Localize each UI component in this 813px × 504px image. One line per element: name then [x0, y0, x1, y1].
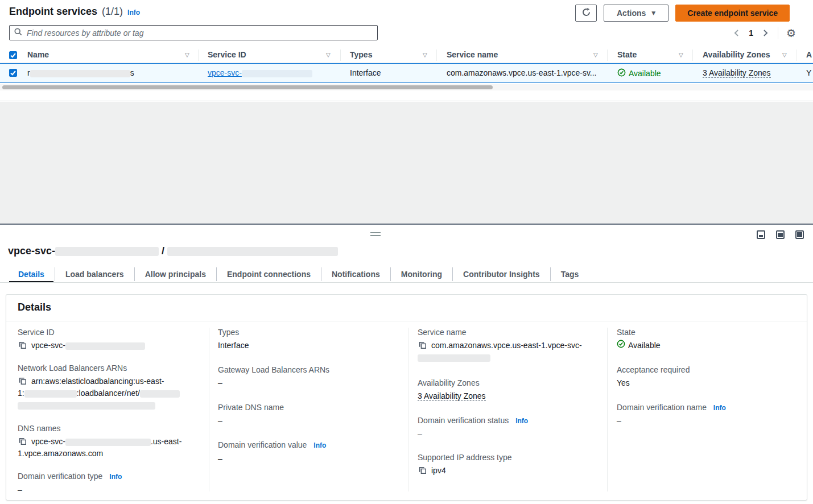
tab-endpoint-connections[interactable]: Endpoint connections	[217, 266, 321, 283]
tab-bar: Details Load balancers Allow principals …	[8, 266, 589, 283]
redacted-text	[167, 247, 338, 256]
redacted-text	[24, 390, 77, 398]
column-divider[interactable]	[607, 49, 608, 61]
panel-position-full-icon[interactable]	[795, 230, 804, 239]
field-domain-verification-type: Domain verification type Info –	[18, 470, 205, 496]
select-all-checkbox[interactable]	[9, 51, 17, 59]
field-label: Types	[218, 328, 239, 337]
column-divider[interactable]	[797, 49, 797, 61]
sort-icon-state[interactable]: ▽	[679, 52, 683, 58]
info-link[interactable]: Info	[713, 404, 726, 412]
info-link[interactable]: Info	[313, 441, 326, 449]
split-panel: vpce-svc- / Details Load balancers Allow…	[0, 224, 813, 504]
tab-allow-principals[interactable]: Allow principals	[135, 266, 216, 283]
copy-icon[interactable]	[19, 341, 27, 351]
column-divider[interactable]	[340, 49, 341, 61]
field-label: State	[617, 328, 635, 337]
field-private-dns-name: Private DNS name –	[218, 402, 406, 427]
cell-service-name: com.amazonaws.vpce.us-east-1.vpce-sv...	[447, 68, 597, 77]
tab-notifications[interactable]: Notifications	[321, 266, 390, 283]
tab-tags[interactable]: Tags	[551, 266, 589, 283]
column-divider	[607, 328, 608, 491]
field-value: vpce-svc-	[31, 341, 65, 350]
field-value: .us-east-	[151, 437, 181, 446]
sort-icon-service-id[interactable]: ▽	[326, 52, 331, 58]
copy-icon[interactable]	[419, 466, 427, 476]
column-header-availability-zones[interactable]: Availability Zones	[703, 50, 770, 59]
actions-button-label: Actions	[617, 9, 646, 18]
details-card-heading: Details	[18, 301, 51, 313]
field-value: vpce-svc-	[31, 437, 65, 446]
field-value: –	[218, 453, 406, 465]
field-acceptance-required: Acceptance required Yes	[617, 364, 804, 389]
tab-details[interactable]: Details	[8, 266, 55, 283]
field-dns-names: DNS names vpce-svc-.us-east- 1.vpce.amaz…	[18, 423, 205, 460]
details-column-3: Service name com.amazonaws.vpce.us-east-…	[418, 327, 605, 488]
table-header-row: Name ▽ Service ID ▽ Types ▽ Service name…	[0, 48, 813, 63]
sort-icon-types[interactable]: ▽	[423, 52, 427, 58]
chevron-down-icon: ▼	[651, 10, 655, 16]
column-header-name[interactable]: Name	[27, 50, 49, 59]
field-label: Domain verification name	[617, 403, 707, 412]
search-box[interactable]	[9, 25, 378, 40]
copy-icon[interactable]	[19, 377, 27, 387]
panel-position-bottom-icon[interactable]	[757, 230, 765, 239]
field-nlb-arns: Network Load Balancers ARNs arn:aws:elas…	[18, 362, 205, 411]
table-preferences-gear-icon[interactable]: ⚙	[786, 28, 796, 39]
column-divider[interactable]	[436, 49, 437, 61]
endpoint-services-page: Endpoint services (1/1) Info Actions ▼ C…	[0, 0, 813, 504]
column-divider[interactable]	[198, 49, 199, 61]
redacted-text	[418, 354, 490, 362]
tab-contributor-insights[interactable]: Contributor Insights	[453, 266, 550, 283]
field-label: Service name	[418, 328, 467, 337]
redacted-text	[65, 342, 145, 350]
field-label: Domain verification value	[218, 440, 307, 449]
panel-position-side-icon[interactable]	[776, 230, 785, 239]
create-endpoint-service-button[interactable]: Create endpoint service	[675, 5, 790, 22]
info-link[interactable]: Info	[515, 417, 528, 425]
current-page-number[interactable]: 1	[749, 28, 753, 38]
column-divider	[408, 328, 408, 491]
tab-monitoring[interactable]: Monitoring	[391, 266, 452, 283]
availability-zones-popover-trigger[interactable]: 3 Availability Zones	[418, 391, 486, 401]
table-row[interactable]: rs vpce-svc- Interface com.amazonaws.vpc…	[0, 63, 813, 83]
cell-name: rs	[27, 68, 134, 77]
sort-icon-name[interactable]: ▽	[185, 52, 189, 58]
previous-page-button[interactable]	[732, 29, 741, 37]
horizontal-scrollbar-thumb[interactable]	[2, 85, 493, 89]
copy-icon[interactable]	[19, 437, 27, 447]
field-types: Types Interface	[218, 327, 406, 352]
page-info-link[interactable]: Info	[127, 9, 140, 16]
cell-service-id-link[interactable]: vpce-svc-	[208, 68, 312, 77]
column-header-service-name[interactable]: Service name	[447, 50, 498, 59]
redacted-text	[18, 402, 155, 410]
info-link[interactable]: Info	[109, 473, 122, 481]
page-header: Endpoint services (1/1) Info	[9, 6, 140, 18]
sort-icon-availability-zones[interactable]: ▽	[782, 52, 787, 58]
horizontal-scrollbar[interactable]	[0, 84, 813, 90]
tab-load-balancers[interactable]: Load balancers	[55, 266, 134, 283]
actions-button[interactable]: Actions ▼	[604, 5, 668, 22]
field-domain-verification-status: Domain verification status Info –	[418, 415, 605, 440]
field-value: ipv4	[431, 466, 446, 475]
column-header-types[interactable]: Types	[350, 50, 372, 59]
field-service-id: Service ID vpce-svc-	[18, 327, 205, 352]
column-header-service-id[interactable]: Service ID	[208, 50, 246, 59]
split-panel-drag-handle[interactable]	[370, 232, 381, 237]
column-header-acceptance-partial[interactable]: A	[806, 50, 812, 59]
field-value: 1.vpce.amazonaws.com	[18, 449, 103, 458]
search-input[interactable]	[26, 28, 373, 38]
next-page-button[interactable]	[761, 29, 770, 37]
refresh-button[interactable]	[575, 5, 597, 22]
column-divider[interactable]	[692, 49, 693, 61]
availability-zones-popover-trigger[interactable]: 3 Availability Zones	[703, 68, 771, 78]
column-header-state[interactable]: State	[617, 50, 637, 59]
copy-icon[interactable]	[419, 341, 427, 351]
column-divider	[209, 328, 209, 491]
field-value: Available	[628, 340, 661, 352]
row-checkbox[interactable]	[9, 69, 17, 77]
search-icon	[14, 28, 22, 38]
sort-icon-service-name[interactable]: ▽	[593, 52, 598, 58]
details-column-4: State Available Acceptance required Yes …	[617, 327, 804, 438]
page-counter: (1/1)	[102, 6, 123, 18]
